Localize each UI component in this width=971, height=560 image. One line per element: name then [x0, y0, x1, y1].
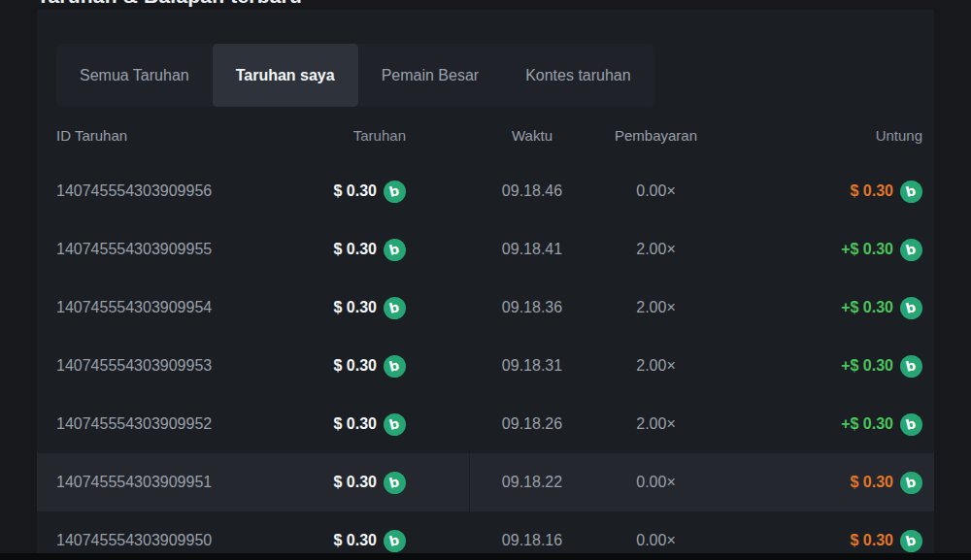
bet-id: 140745554303909955 [56, 241, 299, 258]
bet-amount: $ 0.30 [334, 474, 377, 491]
bet-amount-cell: $ 0.30 b [299, 472, 406, 494]
tab-pemain-besar[interactable]: Pemain Besar [358, 44, 503, 107]
currency-coin-icon: b [384, 297, 406, 319]
currency-coin-icon: b [384, 413, 406, 436]
bet-amount-cell: $ 0.30 b [299, 413, 406, 436]
column-header-id: ID Taruhan [56, 127, 299, 144]
bet-id: 140745554303909950 [56, 532, 299, 549]
bet-amount: $ 0.30 [334, 182, 377, 200]
bets-panel: Semua Taruhan Taruhan saya Pemain Besar … [37, 10, 934, 553]
bet-amount-cell: $ 0.30 b [299, 239, 406, 261]
bet-profit: $ 0.30 [851, 474, 893, 491]
currency-coin-icon: b [384, 181, 406, 203]
table-body: 140745554303909956 $ 0.30 b 09.18.46 0.0… [37, 162, 934, 553]
bet-time: 09.18.31 [479, 357, 586, 375]
bottom-strip [0, 553, 971, 560]
column-header-time: Waktu [479, 127, 586, 144]
bet-payout: 0.00× [590, 532, 721, 549]
bet-time: 09.18.46 [479, 182, 586, 200]
bet-amount-cell: $ 0.30 b [299, 181, 406, 203]
bet-amount-cell: $ 0.30 b [299, 530, 406, 552]
bet-profit-cell: +$ 0.30 b [721, 239, 922, 261]
bet-profit: +$ 0.30 [841, 415, 893, 433]
bet-payout: 0.00× [590, 182, 721, 200]
bet-amount: $ 0.30 [334, 241, 377, 258]
page-title: Taruhan & Balapan terbaru [37, 0, 302, 8]
column-header-payout: Pembayaran [590, 127, 721, 144]
bet-payout: 2.00× [590, 299, 721, 316]
bet-profit: $ 0.30 [851, 182, 893, 200]
bet-profit-cell: $ 0.30 b [721, 530, 922, 552]
currency-coin-icon: b [900, 239, 922, 261]
bet-profit-cell: +$ 0.30 b [721, 413, 922, 436]
bet-payout: 2.00× [590, 241, 721, 258]
tab-taruhan-saya[interactable]: Taruhan saya [213, 44, 358, 107]
bet-amount: $ 0.30 [334, 357, 377, 375]
bet-profit-cell: +$ 0.30 b [721, 355, 922, 378]
table-row[interactable]: 140745554303909954 $ 0.30 b 09.18.36 2.0… [37, 279, 934, 337]
table-row[interactable]: 140745554303909951 $ 0.30 b 09.18.22 0.0… [37, 453, 934, 511]
bet-time: 09.18.16 [479, 532, 586, 549]
bet-profit-cell: +$ 0.30 b [721, 297, 922, 319]
bet-id: 140745554303909954 [56, 299, 299, 316]
bet-amount: $ 0.30 [334, 299, 377, 316]
bet-id: 140745554303909951 [56, 474, 299, 491]
currency-coin-icon: b [384, 239, 406, 261]
bet-amount-cell: $ 0.30 b [299, 355, 406, 378]
bet-payout: 2.00× [590, 357, 721, 375]
bet-amount-cell: $ 0.30 b [299, 297, 406, 319]
bet-time: 09.18.22 [479, 474, 586, 491]
table-header: ID Taruhan Taruhan Waktu Pembayaran Untu… [37, 118, 934, 151]
table-row[interactable]: 140745554303909955 $ 0.30 b 09.18.41 2.0… [37, 220, 934, 279]
bet-profit-cell: $ 0.30 b [721, 472, 922, 494]
bet-time: 09.18.36 [479, 299, 586, 316]
currency-coin-icon: b [384, 530, 406, 552]
column-header-profit: Untung [721, 127, 922, 144]
currency-coin-icon: b [900, 297, 922, 319]
bet-payout: 0.00× [590, 474, 721, 491]
bet-time: 09.18.41 [479, 241, 586, 258]
bet-id: 140745554303909952 [56, 415, 299, 433]
bet-profit: +$ 0.30 [841, 241, 893, 258]
bet-profit: +$ 0.30 [841, 299, 893, 316]
bet-id: 140745554303909956 [56, 182, 299, 200]
tab-kontes-taruhan[interactable]: Kontes taruhan [502, 44, 654, 107]
table-row[interactable]: 140745554303909950 $ 0.30 b 09.18.16 0.0… [37, 511, 934, 553]
currency-coin-icon: b [900, 355, 922, 378]
currency-coin-icon: b [900, 181, 922, 203]
currency-coin-icon: b [384, 355, 406, 378]
bet-profit-cell: $ 0.30 b [721, 181, 922, 203]
column-header-bet: Taruhan [299, 127, 406, 144]
tab-semua-taruhan[interactable]: Semua Taruhan [56, 44, 213, 107]
bet-amount: $ 0.30 [334, 415, 377, 433]
bet-profit: $ 0.30 [851, 532, 893, 549]
bet-time: 09.18.26 [479, 415, 586, 433]
tab-bar: Semua Taruhan Taruhan saya Pemain Besar … [56, 44, 654, 107]
table-row[interactable]: 140745554303909952 $ 0.30 b 09.18.26 2.0… [37, 395, 934, 453]
currency-coin-icon: b [384, 472, 406, 494]
table-row[interactable]: 140745554303909956 $ 0.30 b 09.18.46 0.0… [37, 162, 934, 220]
bet-id: 140745554303909953 [56, 357, 299, 375]
bet-amount: $ 0.30 [334, 532, 377, 549]
currency-coin-icon: b [900, 472, 922, 494]
currency-coin-icon: b [900, 530, 922, 552]
bet-profit: +$ 0.30 [841, 357, 893, 375]
currency-coin-icon: b [900, 413, 922, 436]
table-row[interactable]: 140745554303909953 $ 0.30 b 09.18.31 2.0… [37, 337, 934, 395]
bet-payout: 2.00× [590, 415, 721, 433]
